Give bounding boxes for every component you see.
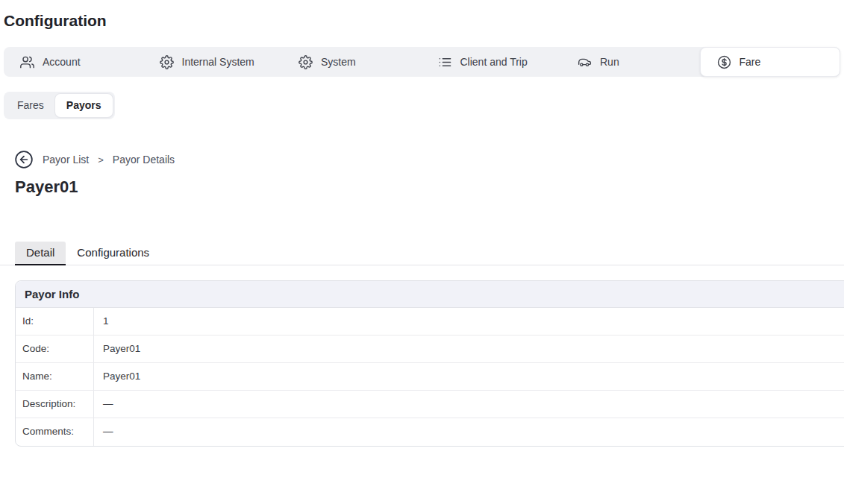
main-tab-label: System	[321, 56, 356, 68]
detail-tabs: Detail Configurations	[0, 242, 844, 265]
record-heading: Payer01	[15, 177, 844, 197]
users-icon	[20, 55, 34, 69]
info-value: Payer01	[94, 363, 149, 390]
info-value: —	[94, 418, 122, 446]
main-nav: Account Internal System System Client an…	[4, 47, 840, 77]
main-tab-fare[interactable]: Fare	[700, 47, 841, 77]
main-tab-client-and-trip[interactable]: Client and Trip	[422, 47, 561, 77]
arrow-left-circle-icon[interactable]	[14, 150, 34, 169]
sub-nav: Fares Payors	[4, 92, 115, 119]
main-tab-account[interactable]: Account	[4, 47, 143, 77]
info-row-code: Code: Payer01	[16, 336, 844, 363]
gear-icon	[298, 55, 313, 69]
info-row-id: Id: 1	[16, 308, 844, 336]
panel-title: Payor Info	[16, 281, 844, 308]
info-row-name: Name: Payer01	[16, 363, 844, 391]
main-tab-label: Account	[43, 56, 81, 68]
tab-detail[interactable]: Detail	[15, 242, 66, 265]
info-value: —	[94, 391, 122, 418]
info-label: Code:	[16, 336, 94, 362]
info-row-comments: Comments: —	[16, 418, 844, 446]
breadcrumb: Payor List > Payor Details	[14, 150, 844, 169]
main-tab-system[interactable]: System	[282, 47, 422, 77]
main-tab-label: Client and Trip	[460, 56, 528, 68]
info-label: Name:	[16, 363, 94, 390]
gear-icon	[160, 55, 174, 69]
info-value: Payer01	[94, 336, 149, 362]
info-label: Description:	[16, 391, 94, 418]
breadcrumb-payor-details: Payor Details	[113, 154, 175, 166]
sub-tab-payors[interactable]: Payors	[55, 94, 113, 117]
info-row-description: Description: —	[16, 391, 844, 418]
info-label: Id:	[16, 308, 94, 335]
payor-info-panel: Payor Info Id: 1 Code: Payer01 Name: Pay…	[15, 280, 844, 447]
main-tab-internal-system[interactable]: Internal System	[143, 47, 283, 77]
breadcrumb-separator: >	[98, 154, 104, 166]
page-title: Configuration	[4, 12, 844, 30]
main-tab-label: Internal System	[182, 56, 254, 68]
sub-tab-fares[interactable]: Fares	[6, 94, 55, 117]
van-icon	[577, 54, 592, 69]
main-tab-label: Run	[600, 56, 619, 68]
info-value: 1	[94, 308, 118, 335]
breadcrumb-payor-list[interactable]: Payor List	[43, 154, 89, 166]
tab-configurations[interactable]: Configurations	[66, 242, 160, 265]
main-tab-run[interactable]: Run	[560, 47, 700, 77]
list-icon	[438, 55, 452, 69]
dollar-circle-icon	[717, 55, 731, 69]
info-label: Comments:	[16, 418, 94, 446]
main-tab-label: Fare	[740, 56, 761, 68]
